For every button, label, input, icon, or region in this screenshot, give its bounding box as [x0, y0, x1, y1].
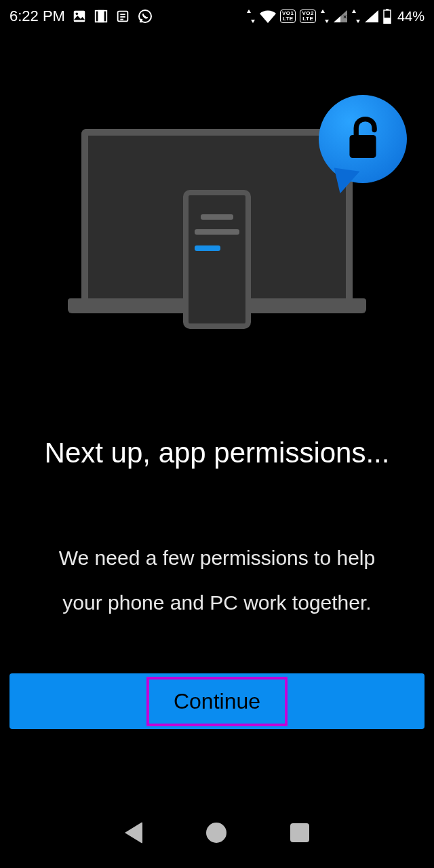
signal2-icon — [365, 10, 378, 22]
phone-graphic — [183, 190, 251, 329]
signal1-icon: × — [334, 10, 347, 22]
news-icon — [115, 9, 130, 24]
svg-point-1 — [75, 13, 78, 16]
photos-icon — [72, 9, 87, 24]
data-arrows3-icon — [351, 9, 361, 23]
page-subtitle: We need a few permissions to help your p… — [0, 536, 434, 625]
status-left: 6:22 PM — [9, 7, 153, 25]
android-navbar — [0, 812, 434, 853]
permissions-illustration — [68, 129, 366, 339]
whatsapp-icon — [137, 8, 153, 24]
svg-rect-0 — [74, 11, 85, 22]
speech-bubble — [319, 95, 414, 190]
continue-label: Continue — [174, 689, 260, 713]
data-arrows2-icon — [320, 9, 330, 23]
back-button[interactable] — [125, 822, 142, 844]
svg-rect-3 — [98, 11, 103, 22]
data-arrows-icon — [246, 9, 256, 23]
page-title: Next up, app permissions... — [0, 434, 434, 473]
continue-button[interactable]: Continue — [9, 673, 425, 729]
volte2-icon: VO2 LTE — [300, 9, 316, 23]
lock-open-icon — [342, 117, 383, 161]
status-right: VO1 LTE VO2 LTE × 44% — [246, 9, 425, 24]
status-bar: 6:22 PM VO1 LTE VO2 LTE × 44% — [0, 0, 434, 33]
svg-rect-13 — [349, 135, 376, 158]
battery-percent: 44% — [397, 9, 425, 24]
svg-text:×: × — [343, 14, 347, 20]
home-button[interactable] — [206, 823, 226, 843]
svg-rect-12 — [384, 18, 391, 24]
volte1-icon: VO1 LTE — [280, 9, 296, 23]
panel-icon — [94, 9, 108, 24]
battery-icon — [382, 9, 392, 24]
wifi-icon — [260, 9, 276, 23]
continue-highlight: Continue — [146, 677, 288, 726]
recents-button[interactable] — [290, 823, 309, 842]
clock: 6:22 PM — [9, 7, 65, 25]
